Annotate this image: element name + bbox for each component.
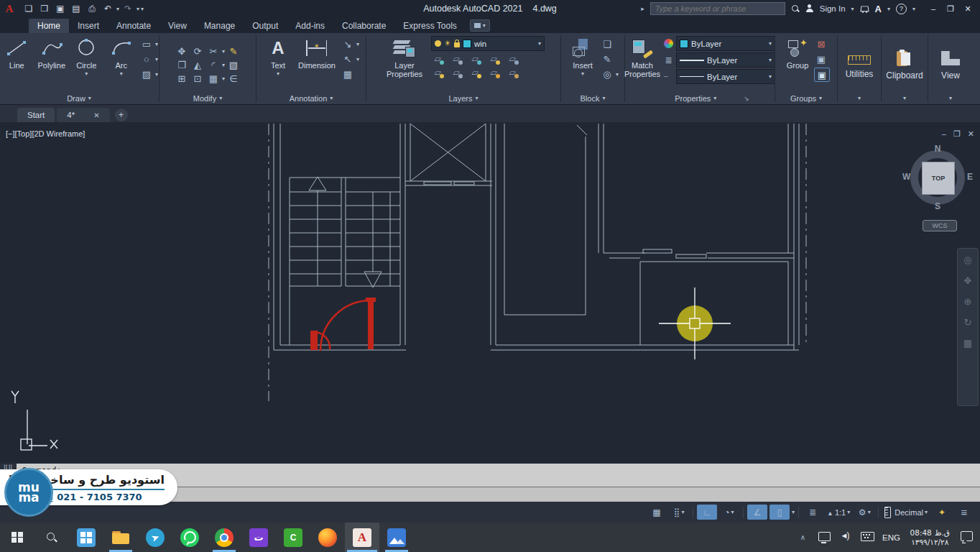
trim-icon[interactable]	[206, 46, 221, 57]
layer-freeze-icon[interactable]	[468, 54, 481, 65]
mirror-icon[interactable]	[190, 60, 205, 70]
autodesk-dropdown-icon[interactable]	[887, 6, 890, 12]
tab-view[interactable]: View	[160, 19, 195, 33]
navigation-bar[interactable]: ◎ ✥ ⊕ ↻ ▦	[957, 248, 979, 406]
line-button[interactable]: Line	[0, 36, 34, 70]
trim-dropdown-icon[interactable]	[222, 48, 225, 55]
qat-customize-dropdown-icon[interactable]	[141, 6, 144, 12]
arc-button[interactable]: Arc	[105, 36, 139, 77]
rotate-icon[interactable]	[190, 46, 205, 57]
panel-label-draw[interactable]: Draw	[0, 92, 158, 104]
full-navigation-wheel-icon[interactable]: ◎	[963, 254, 971, 265]
layer-unlock-all-icon[interactable]	[487, 68, 500, 78]
text-dropdown-icon[interactable]	[277, 70, 279, 77]
group-edit-icon[interactable]	[814, 54, 828, 65]
snap-mode-button[interactable]	[669, 505, 689, 520]
panel-label-properties[interactable]: Properties↘	[626, 92, 774, 104]
view-base-icon[interactable]	[941, 51, 960, 65]
group-button[interactable]: ✦ Group	[782, 36, 813, 70]
match-properties-button[interactable]: Match Properties	[624, 36, 660, 78]
measure-ruler-icon[interactable]	[848, 55, 871, 65]
network-icon[interactable]	[815, 532, 834, 543]
define-attributes-icon[interactable]	[600, 54, 614, 65]
block-dropdown-icon[interactable]	[616, 71, 619, 78]
redo-icon[interactable]	[121, 4, 135, 14]
layer-merge-icon[interactable]	[506, 68, 519, 78]
minimize-button[interactable]	[925, 4, 941, 14]
taskbar-app-grid[interactable]	[69, 523, 103, 552]
lineweight-combo[interactable]: ByLayer	[676, 52, 775, 68]
layer-unisolate-icon[interactable]	[450, 54, 463, 65]
snap-dropdown-icon[interactable]	[681, 509, 684, 515]
layer-make-current-icon[interactable]	[431, 68, 444, 78]
tab-home[interactable]: Home	[29, 19, 69, 33]
viewcube-top-face[interactable]: TOP	[922, 162, 955, 195]
sign-in-icon[interactable]	[805, 4, 814, 13]
viewcube-north[interactable]: N	[905, 144, 970, 154]
rectangle-icon[interactable]	[139, 39, 154, 50]
multileader-icon[interactable]	[341, 54, 355, 65]
taskbar-whatsapp[interactable]	[172, 523, 207, 552]
move-icon[interactable]	[175, 46, 189, 57]
language-indicator[interactable]: ENG	[880, 533, 903, 542]
taskbar-photos[interactable]	[379, 523, 414, 552]
insert-dropdown-icon[interactable]	[581, 70, 584, 77]
tray-chevron-icon[interactable]	[794, 533, 813, 541]
taskbar-messenger-app[interactable]: ت	[241, 523, 276, 552]
action-center-icon[interactable]	[957, 531, 976, 543]
ellipse-icon[interactable]	[139, 54, 154, 65]
scale-icon[interactable]	[190, 73, 205, 84]
ellipse-dropdown-icon[interactable]	[155, 56, 158, 63]
ortho-mode-button[interactable]	[697, 505, 717, 520]
lineweight-display-button[interactable]	[803, 505, 823, 520]
store-cart-icon[interactable]	[860, 5, 869, 13]
layer-select-combo[interactable]: win	[431, 36, 545, 51]
taskbar-telegram[interactable]: ➤	[138, 523, 172, 552]
new-file-icon[interactable]	[22, 4, 36, 14]
drawing-canvas[interactable]: [−][Top][2D Wireframe] N S W E TOP WCS ◎…	[0, 122, 980, 464]
properties-dialog-launcher-icon[interactable]: ↘	[744, 95, 749, 102]
sign-in-dropdown-icon[interactable]	[851, 6, 854, 12]
object-snap-tracking-button[interactable]	[769, 505, 790, 520]
stretch-icon[interactable]	[175, 73, 189, 84]
autodesk-a-icon[interactable]: A	[875, 4, 882, 14]
close-button[interactable]	[960, 4, 976, 14]
viewcube-west[interactable]: W	[902, 172, 910, 182]
autocad-app-logo-icon[interactable]: A	[0, 3, 19, 15]
wcs-dropdown[interactable]: WCS	[923, 220, 957, 231]
plot-icon[interactable]	[85, 4, 99, 14]
units-button[interactable]: Decimal	[882, 505, 930, 520]
redo-dropdown-icon[interactable]	[137, 6, 139, 12]
file-tab-close-icon[interactable]	[93, 111, 99, 119]
polar-dropdown-icon[interactable]	[731, 509, 734, 515]
object-color-combo[interactable]: ByLayer	[676, 36, 775, 51]
workspace-switching-button[interactable]	[854, 505, 874, 520]
polyline-button[interactable]: Polyline	[35, 36, 69, 70]
tab-add-ins[interactable]: Add-ins	[287, 19, 333, 33]
set-base-point-icon[interactable]	[600, 69, 614, 80]
customization-button[interactable]	[954, 505, 974, 520]
hatch-icon[interactable]	[139, 69, 154, 80]
create-block-icon[interactable]	[600, 39, 614, 50]
circle-dropdown-icon[interactable]	[85, 70, 88, 77]
rectangle-dropdown-icon[interactable]	[155, 41, 158, 47]
circle-button[interactable]: Circle	[70, 36, 103, 77]
pan-icon[interactable]: ✥	[964, 275, 972, 286]
copy-icon[interactable]	[175, 60, 189, 70]
text-button[interactable]: A Text	[263, 36, 293, 77]
linetype-list-icon[interactable]: ┄	[664, 73, 673, 80]
linetype-combo[interactable]: ByLayer	[676, 69, 775, 84]
touch-keyboard-icon[interactable]	[859, 532, 877, 543]
panel-label-annotation[interactable]: Annotation	[257, 92, 365, 104]
panel-label-block[interactable]: Block	[562, 92, 624, 104]
layer-match-icon[interactable]	[506, 54, 519, 65]
file-tab-start[interactable]: Start	[17, 108, 55, 122]
viewcube-south[interactable]: S	[905, 201, 970, 211]
fillet-icon[interactable]	[206, 60, 221, 70]
tab-output[interactable]: Output	[244, 19, 287, 33]
leader-icon[interactable]	[341, 39, 355, 50]
array-icon[interactable]	[206, 73, 221, 84]
taskbar-camtasia[interactable]: C	[276, 523, 310, 552]
layer-previous-icon[interactable]	[450, 68, 463, 78]
tab-manage[interactable]: Manage	[195, 19, 244, 33]
